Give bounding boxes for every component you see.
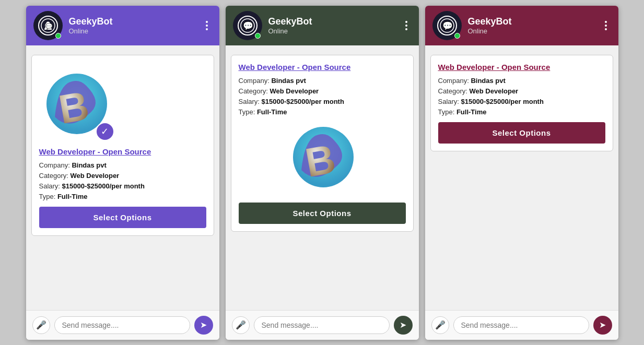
phone-body-2: Web Developer - Open Source Company: Bin… [226, 45, 419, 310]
avatar-3: 💬 [432, 11, 462, 40]
bot-name-3: GeekyBot [468, 16, 594, 27]
bot-status-1: Online [69, 27, 195, 35]
phone-footer-2: 🎤 ➤ [226, 310, 419, 340]
phone-body-1: B ✓ Web Developer - Open Source Company:… [26, 45, 219, 310]
phone-3: 💬 GeekyBot Online Web Developer - Open S… [425, 6, 618, 340]
phone-2: 💬 GeekyBot Online Web Developer - Open S… [226, 6, 419, 340]
category-2: Category: Web Developer [239, 87, 406, 95]
job-title-3[interactable]: Web Developer - Open Source [438, 63, 605, 72]
svg-text:💬: 💬 [243, 21, 253, 31]
send-button-1[interactable]: ➤ [194, 316, 213, 335]
svg-text:💬: 💬 [45, 22, 53, 30]
mic-button-1[interactable]: 🎤 [32, 316, 50, 334]
chat-container: 💬 GeekyBot Online [16, 1, 629, 345]
avatar-2: 💬 [233, 11, 262, 40]
type-2: Type: Full-Time [239, 108, 406, 116]
menu-dots-1[interactable] [202, 19, 212, 32]
job-card-3: Web Developer - Open Source Company: Bin… [430, 55, 613, 151]
online-dot-2 [255, 33, 261, 39]
phone-body-3: Web Developer - Open Source Company: Bin… [425, 45, 618, 310]
salary-1: Salary: $15000-$25000/per month [39, 182, 206, 190]
send-button-3[interactable]: ➤ [593, 316, 612, 335]
select-options-3[interactable]: Select Options [438, 122, 605, 144]
header-info-3: GeekyBot Online [468, 16, 594, 35]
bot-name-2: GeekyBot [268, 16, 395, 27]
bot-status-3: Online [468, 27, 594, 35]
company-2: Company: Bindas pvt [239, 77, 406, 85]
phone-footer-3: 🎤 ➤ [425, 310, 618, 340]
online-dot-3 [454, 33, 460, 39]
header-info-1: GeekyBot Online [69, 16, 195, 35]
category-3: Category: Web Developer [438, 87, 605, 95]
select-options-1[interactable]: Select Options [39, 207, 206, 228]
header-info-2: GeekyBot Online [268, 16, 395, 35]
message-input-2[interactable] [254, 316, 390, 334]
company-1: Company: Bindas pvt [39, 161, 206, 169]
salary-3: Salary: $15000-$25000/per month [438, 98, 605, 105]
mic-button-3[interactable]: 🎤 [431, 316, 449, 334]
bot-icon-2: 💬 [238, 16, 257, 35]
b-logo-2: B [286, 123, 359, 196]
category-1: Category: Web Developer [39, 172, 206, 180]
job-title-2[interactable]: Web Developer - Open Source [239, 63, 406, 72]
message-input-3[interactable] [453, 316, 589, 334]
phone-1: 💬 GeekyBot Online [26, 6, 219, 340]
mic-button-2[interactable]: 🎤 [232, 316, 250, 334]
svg-text:💬: 💬 [442, 21, 453, 31]
company-3: Company: Bindas pvt [438, 77, 605, 85]
select-options-2[interactable]: Select Options [239, 203, 406, 224]
send-button-2[interactable]: ➤ [394, 316, 413, 335]
job-logo-bottom-2: B [239, 123, 406, 196]
salary-2: Salary: $15000-$25000/per month [239, 98, 406, 105]
job-title-1[interactable]: Web Developer - Open Source [39, 147, 206, 156]
menu-dots-3[interactable] [601, 19, 611, 32]
message-input-1[interactable] [54, 316, 190, 334]
phone-footer-1: 🎤 ➤ [26, 310, 219, 340]
bot-status-2: Online [268, 27, 395, 35]
bot-name-1: GeekyBot [69, 16, 195, 27]
type-1: Type: Full-Time [39, 193, 206, 200]
avatar-1: 💬 [33, 11, 63, 40]
job-card-2: Web Developer - Open Source Company: Bin… [231, 55, 414, 232]
bot-icon-3: 💬 [437, 16, 457, 35]
check-circle-1: ✓ [96, 122, 114, 141]
job-card-1: B ✓ Web Developer - Open Source Company:… [31, 55, 214, 236]
job-logo-top-1: B ✓ [39, 70, 112, 145]
menu-dots-2[interactable] [401, 19, 412, 32]
bot-icon-1: 💬 [38, 16, 58, 35]
type-3: Type: Full-Time [438, 108, 605, 116]
header-3: 💬 GeekyBot Online [425, 6, 618, 45]
online-dot-1 [55, 33, 61, 39]
header-2: 💬 GeekyBot Online [226, 6, 419, 45]
header-1: 💬 GeekyBot Online [26, 6, 219, 45]
